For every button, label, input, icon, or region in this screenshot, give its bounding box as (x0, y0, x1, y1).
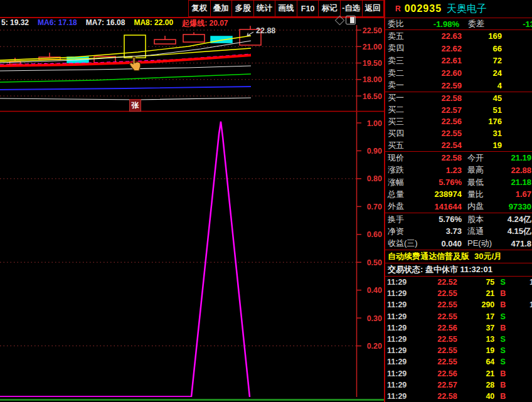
transaction-row[interactable]: 11:2922.55290B15 (385, 299, 532, 310)
transaction-row[interactable]: 11:2922.5275S10 (385, 277, 532, 288)
bid-levels: 买一22.5845买二22.5751买三22.56176买四22.5531买五2… (385, 92, 532, 152)
transaction-row[interactable]: 11:2922.5564S9 (385, 356, 532, 368)
menu-bar: 复权叠加多股统计画线F10标记-自选返回 (188, 0, 384, 17)
transaction-count: 3 (518, 346, 532, 355)
menu-button-9[interactable]: 返回 (362, 0, 385, 17)
y-axis-label: 21.00 (363, 43, 382, 51)
bid-row[interactable]: 买三22.56176 (385, 116, 532, 128)
candle-body (124, 35, 146, 58)
subscription-notice[interactable]: 自动续费通达信普及版 30元/月 (385, 250, 532, 263)
y-axis-label: 0.80 (367, 174, 382, 183)
transaction-volume: 21 (457, 289, 495, 298)
info-label: 收益(三) (385, 238, 419, 249)
transaction-price: 22.55 (413, 312, 457, 321)
status-text: 交易状态: 盘中休市 11:32:01 (388, 264, 492, 275)
info-value: 3.73 (419, 226, 462, 236)
level-price: 22.62 (417, 44, 462, 53)
transaction-row[interactable]: 11:2922.5637B8 (385, 322, 532, 334)
tdx-window: 复权叠加多股统计画线F10标记-自选返回 5: 19.32MA6: 17.18M… (0, 0, 532, 402)
notice-price: 30元/月 (474, 251, 502, 262)
stock-title-bar[interactable]: R 002935 天奥电子 (385, 0, 532, 18)
menu-button-4[interactable]: 统计 (253, 0, 275, 17)
transaction-list[interactable]: 11:2922.5275S1011:2922.5521B411:2922.552… (385, 277, 532, 402)
info-row: 换手5.76%股本4.24亿 (385, 213, 532, 225)
menu-button-8[interactable]: -自选 (340, 0, 362, 17)
transaction-row[interactable]: 11:2922.5519S3 (385, 345, 532, 356)
candle-body (154, 40, 176, 44)
ask-row[interactable]: 卖二22.6024 (385, 67, 532, 80)
ask-row[interactable]: 卖四22.6266 (385, 43, 532, 55)
bid-row[interactable]: 买五22.5419 (385, 139, 532, 151)
split-screen-icon[interactable] (346, 16, 356, 24)
menu-button-6[interactable]: F10 (297, 0, 319, 17)
menu-button-7[interactable]: 标记 (318, 0, 340, 17)
transaction-time: 11:29 (385, 324, 413, 332)
kline-and-indicator-canvas[interactable]: 22.5021.0019.5018.0016.501.000.900.800.7… (0, 25, 384, 397)
info-value: 238974 (419, 189, 462, 199)
fundamental-info-section: 换手5.76%股本4.24亿净资3.73流通4.15亿收益(三)0.040PE(… (385, 213, 532, 250)
transaction-time: 11:29 (385, 381, 413, 389)
ask-row[interactable]: 卖一22.594 (385, 79, 532, 92)
info-label: 净资 (385, 226, 419, 237)
transaction-price: 22.56 (413, 369, 457, 378)
y-axis-label: 0.30 (367, 314, 382, 323)
info-value: 97330 (500, 202, 532, 211)
bid-row[interactable]: 买二22.5751 (385, 104, 532, 116)
info-row: 外盘141644内盘97330 (385, 201, 532, 213)
bid-row[interactable]: 买一22.5845 (385, 92, 532, 104)
info-value: 471.8 (500, 239, 532, 248)
info-row: 收益(三)0.040PE(动)471.8 (385, 238, 532, 250)
info-row: 净资3.73流通4.15亿 (385, 225, 532, 237)
transaction-row[interactable]: 11:2922.5621B8 (385, 368, 532, 379)
high-price-annotation: 22.88 (256, 26, 275, 35)
transaction-price: 22.56 (413, 324, 457, 332)
transaction-row[interactable]: 11:2922.5517S9 (385, 311, 532, 322)
info-label: 涨跌 (385, 164, 419, 176)
bid-row[interactable]: 买四22.5531 (385, 127, 532, 139)
trading-status: 交易状态: 盘中休市 11:32:01 (385, 263, 532, 277)
signal-indicator-line (0, 122, 250, 397)
transaction-row[interactable]: 11:2922.5513S6 (385, 334, 532, 345)
info-value: 21.19 (500, 153, 532, 162)
ask-row[interactable]: 卖三22.6172 (385, 55, 532, 67)
level-volume: 31 (462, 129, 502, 138)
transaction-side: B (494, 392, 511, 401)
menu-button-1[interactable]: 复权 (188, 0, 210, 17)
info-label: 流通 (462, 226, 500, 237)
info-row: 现价22.58今开21.19 (385, 152, 532, 164)
transaction-count: 6 (518, 335, 532, 344)
info-label: 涨幅 (385, 177, 419, 188)
transaction-row[interactable]: 11:2922.5521B4 (385, 288, 532, 299)
transaction-side: B (494, 289, 511, 298)
transaction-row[interactable]: 11:2922.5728B4 (385, 379, 532, 391)
transaction-side: S (494, 357, 511, 366)
level-label: 卖一 (385, 80, 417, 91)
zhang-stamp-marker: 张 (129, 99, 141, 112)
weicha-label: 委差 (459, 18, 497, 29)
ma-line (0, 98, 251, 100)
info-value: 4.24亿 (500, 214, 532, 225)
level-label: 卖五 (385, 31, 417, 42)
transaction-row[interactable]: 11:2922.5840B9 (385, 391, 532, 402)
transaction-count: 4 (518, 381, 532, 389)
ma-line (0, 66, 251, 71)
level-price: 22.59 (417, 81, 462, 90)
transaction-volume: 40 (457, 392, 495, 401)
menu-button-2[interactable]: 叠加 (210, 0, 232, 17)
transaction-side: S (494, 312, 511, 321)
level-price: 22.60 (417, 68, 462, 78)
transaction-time: 11:29 (385, 357, 413, 366)
level-price: 22.56 (417, 117, 462, 126)
info-label: 今开 (462, 152, 500, 164)
info-value: 5.76% (419, 214, 462, 224)
menu-button-5[interactable]: 画线 (275, 0, 297, 17)
info-label: 股本 (462, 214, 500, 225)
transaction-count: 9 (518, 392, 532, 401)
stock-code: 002935 (405, 3, 442, 14)
info-label: 最低 (462, 177, 500, 188)
menu-button-3[interactable]: 多股 (231, 0, 253, 17)
ask-row[interactable]: 卖五22.63169 (385, 30, 532, 43)
y-axis-label: 1.00 (367, 119, 382, 128)
stock-name: 天奥电子 (447, 3, 487, 16)
info-label: 内盘 (462, 201, 500, 212)
